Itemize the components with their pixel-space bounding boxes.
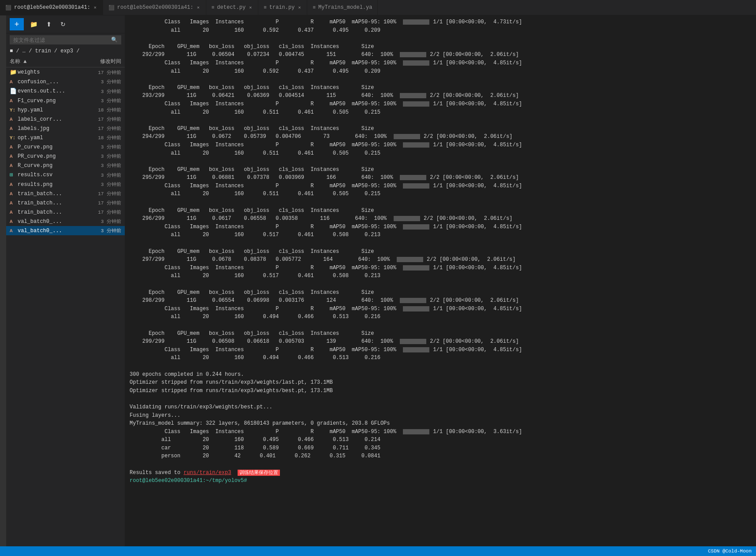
file-name-label: train_batch...	[18, 200, 90, 206]
terminal-line: Class Images Instances P R mAP50 mAP50-9…	[130, 182, 752, 190]
terminal-line: Epoch GPU_mem box_loss obj_loss cls_loss…	[130, 289, 752, 297]
search-input[interactable]	[13, 37, 109, 43]
file-type-icon: 📄	[10, 88, 18, 95]
col-name-header: 名称 ▲	[10, 58, 86, 65]
terminal-line: Epoch GPU_mem box_loss obj_loss cls_loss…	[130, 125, 752, 133]
file-item[interactable]: A PR_curve.png 3 分钟前	[6, 152, 125, 161]
file-type-icon: Y:	[10, 134, 18, 141]
file-time-label: 3 分钟前	[90, 88, 121, 95]
terminal-line	[130, 75, 752, 84]
file-name-label: F1_curve.png	[18, 98, 90, 104]
terminal-line: Class Images Instances P R mAP50 mAP50-9…	[130, 305, 752, 313]
file-list: 📁 weights 17 分钟前 A confusion_... 3 分钟前 📄…	[6, 67, 125, 546]
file-item[interactable]: A val_batch0_... 3 分钟前	[6, 217, 125, 226]
refresh-icon-button[interactable]: ↻	[58, 20, 68, 29]
terminal-line	[130, 198, 752, 207]
file-time-label: 3 分钟前	[90, 153, 121, 159]
file-item[interactable]: 📄 events.out.t... 3 分钟前	[6, 86, 125, 96]
file-item[interactable]: A train_batch... 17 分钟前	[6, 189, 125, 198]
file-type-icon: A	[10, 153, 18, 159]
terminal-line: 298/299 11G 0.06554 0.06998 0.003176 124…	[130, 297, 752, 305]
file-item[interactable]: A P_curve.png 3 分钟前	[6, 142, 125, 152]
terminal-line	[130, 460, 752, 469]
terminal-line: all 20 160 0.592 0.437 0.495 0.209	[130, 67, 752, 76]
file-item[interactable]: 📁 weights 17 分钟前	[6, 67, 125, 77]
new-file-button[interactable]: +	[10, 18, 24, 30]
tab-mytrains[interactable]: ≡ MyTrains_model.ya	[307, 0, 378, 15]
file-list-header: 名称 ▲ 修改时间	[6, 56, 125, 67]
final-results-header: Class Images Instances P R mAP50 mAP50-9…	[130, 428, 752, 436]
terminal-line: Class Images Instances P R mAP50 mAP50-9…	[130, 264, 752, 272]
terminal-line: all 20 160 0.511 0.461 0.505 0.215	[130, 149, 752, 158]
file-type-icon: A	[10, 227, 18, 234]
col-time-header: 修改时间	[86, 58, 121, 65]
completion-msg: 300 epochs completed in 0.244 hours.	[130, 371, 752, 379]
terminal-line: 296/299 11G 0.0617 0.06558 0.00358 116 6…	[130, 215, 752, 223]
file-name-label: P_curve.png	[18, 144, 90, 150]
file-item[interactable]: A labels.jpg 17 分钟前	[6, 124, 125, 133]
file-time-label: 17 分钟前	[90, 116, 121, 122]
optimizer-msg-1: Optimizer stripped from runs/train/exp3/…	[130, 378, 752, 387]
terminal-line	[130, 362, 752, 371]
terminal-line: 299/299 11G 0.06508 0.06618 0.005703 139…	[130, 337, 752, 346]
file-name-label: events.out.t...	[18, 88, 90, 94]
file-type-icon: A	[10, 181, 18, 188]
terminal-line: Class Images Instances P R mAP50 mAP50-9…	[130, 18, 752, 26]
file-name-label: PR_curve.png	[18, 153, 90, 159]
terminal-line: all 20 160 0.511 0.461 0.505 0.215	[130, 108, 752, 117]
file-type-icon: Y:	[10, 107, 18, 113]
file-name-label: confusion_...	[18, 79, 90, 85]
folder-icon-button[interactable]: 📁	[27, 20, 40, 29]
model-summary: MyTrains_model summary: 322 layers, 8618…	[130, 419, 752, 428]
file-item[interactable]: Y: hyp.yaml 18 分钟前	[6, 105, 125, 115]
file-item[interactable]: A F1_curve.png 3 分钟前	[6, 96, 125, 105]
terminal-line	[130, 321, 752, 330]
file-type-icon: A	[10, 162, 18, 169]
search-icon: 🔍	[111, 37, 118, 43]
terminal-line	[130, 395, 752, 403]
tab-close-detect[interactable]: ✕	[248, 4, 253, 11]
tab-terminal-2[interactable]: ⬛ root@leb5ee02e000301a41: ✕	[103, 0, 206, 15]
terminal-line: all 20 160 0.494 0.466 0.513 0.216	[130, 354, 752, 362]
file-time-label: 18 分钟前	[90, 134, 121, 141]
file-type-icon: A	[10, 209, 18, 215]
result-row: person 20 42 0.401 0.262 0.315 0.0841	[130, 452, 752, 460]
file-name-label: val_batch0_...	[18, 219, 90, 225]
terminal-line: Epoch GPU_mem box_loss obj_loss cls_loss…	[130, 330, 752, 338]
watermark-text: CSDN @Cold-Moon	[708, 549, 752, 554]
file-item[interactable]: ⊞ results.csv 3 分钟前	[6, 170, 125, 180]
tab-bar: ⬛ root@leb5ee02e000301a41: ✕ ⬛ root@leb5…	[0, 0, 756, 15]
validating-msg: Validating runs/train/exp3/weights/best.…	[130, 403, 752, 411]
file-type-icon: A	[10, 116, 18, 122]
file-item[interactable]: A val_batch0_... 3 分钟前	[6, 226, 125, 235]
terminal-line	[130, 239, 752, 248]
terminal-line: Class Images Instances P R mAP50 mAP50-9…	[130, 141, 752, 149]
terminal-panel[interactable]: Class Images Instances P R mAP50 mAP50-9…	[125, 15, 756, 546]
tab-detect[interactable]: ≡ detect.py ✕	[206, 0, 258, 15]
file-item[interactable]: A R_curve.png 3 分钟前	[6, 161, 125, 170]
tab-close-1[interactable]: ✕	[93, 4, 97, 11]
file-item[interactable]: A train_batch... 17 分钟前	[6, 208, 125, 217]
upload-icon-button[interactable]: ⬆	[44, 20, 54, 29]
file-type-icon: A	[10, 78, 18, 85]
file-item[interactable]: A results.png 3 分钟前	[6, 180, 125, 189]
tab-terminal-1[interactable]: ⬛ root@leb5ee02e000301a41: ✕	[0, 0, 103, 15]
file-icon-mytrains: ≡	[313, 5, 316, 10]
tab-close-train[interactable]: ✕	[297, 4, 302, 11]
main-layout: + 📁 ⬆ ↻ 🔍 ■ / … / train / exp3 / 名称 ▲ 修改…	[0, 15, 756, 546]
file-item[interactable]: Y: opt.yaml 18 分钟前	[6, 133, 125, 142]
file-item[interactable]: A labels_corr... 17 分钟前	[6, 115, 125, 124]
activity-bar	[0, 15, 6, 546]
file-item[interactable]: A confusion_... 3 分钟前	[6, 77, 125, 86]
terminal-line	[130, 280, 752, 289]
optimizer-msg-2: Optimizer stripped from runs/train/exp3/…	[130, 387, 752, 395]
terminal-line: all 20 160 0.592 0.437 0.495 0.209	[130, 26, 752, 35]
tab-train[interactable]: ≡ train.py ✕	[258, 0, 307, 15]
tab-close-2[interactable]: ✕	[196, 4, 201, 11]
status-bar: CSDN @Cold-Moon	[0, 546, 756, 556]
terminal-icon-1: ⬛	[5, 5, 11, 11]
file-time-label: 3 分钟前	[90, 218, 121, 225]
file-item[interactable]: A train_batch... 17 分钟前	[6, 198, 125, 208]
file-time-label: 3 分钟前	[90, 97, 121, 104]
terminal-line: 294/299 11G 0.0672 0.05739 0.004706 73 6…	[130, 133, 752, 141]
